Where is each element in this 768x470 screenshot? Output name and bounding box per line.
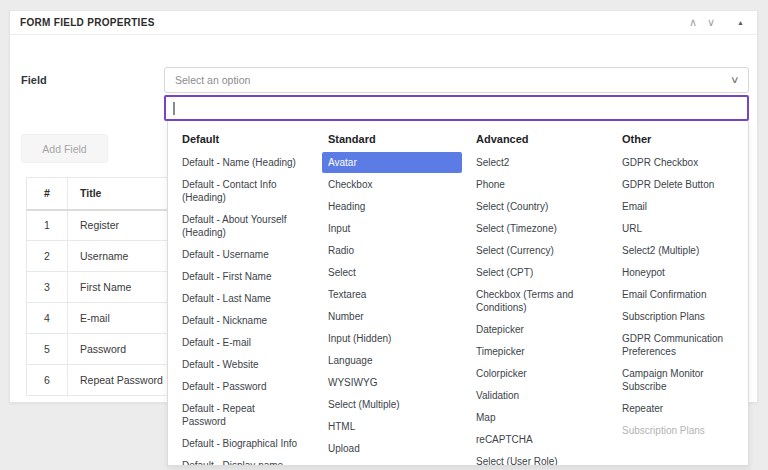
- dropdown-panel: DefaultDefault - Name (Heading)Default -…: [167, 121, 749, 466]
- panel-header: FORM FIELD PROPERTIES ∧ ∨ ▲: [10, 11, 757, 35]
- dropdown-option[interactable]: Select (Currency): [470, 240, 608, 261]
- text-caret: [173, 102, 175, 115]
- field-label: Field: [21, 74, 47, 86]
- dropdown-option[interactable]: Datepicker: [470, 319, 608, 340]
- dropdown-option[interactable]: Default - Display name publicly as: [176, 455, 314, 466]
- option-group-other: OtherGDPR CheckboxGDPR Delete ButtonEmai…: [616, 130, 749, 465]
- dropdown-option[interactable]: Default - E-mail: [176, 332, 314, 353]
- dropdown-option[interactable]: Avatar: [322, 152, 462, 173]
- option-group-advanced: AdvancedSelect2PhoneSelect (Country)Sele…: [470, 130, 616, 465]
- dropdown-option[interactable]: Select2: [470, 152, 608, 173]
- field-select[interactable]: Select an option ∨: [164, 67, 749, 93]
- dropdown-option[interactable]: GDPR Communication Preferences: [616, 328, 742, 362]
- dropdown-option[interactable]: Phone: [470, 174, 608, 195]
- dropdown-option[interactable]: Default - Nickname: [176, 310, 314, 331]
- select-placeholder: Select an option: [175, 74, 250, 86]
- dropdown-option[interactable]: Email Confirmation: [616, 284, 742, 305]
- dropdown-option[interactable]: Email: [616, 196, 742, 217]
- dropdown-option[interactable]: Default - Website: [176, 354, 314, 375]
- dropdown-option[interactable]: Subscription Plans: [616, 306, 742, 327]
- dropdown-option[interactable]: reCAPTCHA: [470, 429, 608, 450]
- dropdown-option[interactable]: Default - Last Name: [176, 288, 314, 309]
- option-group-label: Default: [176, 130, 322, 149]
- dropdown-option[interactable]: WYSIWYG: [322, 372, 462, 393]
- dropdown-option[interactable]: Validation: [470, 385, 608, 406]
- collapse-toggle-icon[interactable]: ▲: [734, 17, 747, 28]
- dropdown-option[interactable]: Map: [470, 407, 608, 428]
- dropdown-option[interactable]: Timepicker: [470, 341, 608, 362]
- dropdown-option[interactable]: Select (Country): [470, 196, 608, 217]
- dropdown-option[interactable]: Radio: [322, 240, 462, 261]
- option-group-default: DefaultDefault - Name (Heading)Default -…: [176, 130, 322, 465]
- dropdown-search[interactable]: [164, 95, 749, 121]
- dropdown-option[interactable]: URL: [616, 218, 742, 239]
- move-up-icon[interactable]: ∧: [684, 15, 702, 30]
- dropdown-option: Subscription Plans: [616, 420, 742, 441]
- dropdown-option[interactable]: Select (Timezone): [470, 218, 608, 239]
- dropdown-option[interactable]: Language: [322, 350, 462, 371]
- dropdown-option[interactable]: Repeater: [616, 398, 742, 419]
- dropdown-option[interactable]: Default - Contact Info (Heading): [176, 174, 314, 208]
- column-header-number: #: [27, 178, 68, 210]
- dropdown-option[interactable]: GDPR Delete Button: [616, 174, 742, 195]
- dropdown-option[interactable]: Select: [322, 262, 462, 283]
- row-number: 1: [27, 210, 68, 241]
- search-input[interactable]: [172, 97, 741, 119]
- dropdown-option[interactable]: Select2 (Multiple): [616, 240, 742, 261]
- dropdown-option[interactable]: Input: [322, 218, 462, 239]
- dropdown-option[interactable]: Colorpicker: [470, 363, 608, 384]
- dropdown-option[interactable]: GDPR Checkbox: [616, 152, 742, 173]
- row-number: 3: [27, 272, 68, 303]
- dropdown-option[interactable]: Select (Multiple): [322, 394, 462, 415]
- panel-title: FORM FIELD PROPERTIES: [20, 17, 155, 28]
- add-field-button[interactable]: Add Field: [21, 134, 108, 163]
- panel-controls: ∧ ∨ ▲: [684, 15, 747, 30]
- dropdown-option[interactable]: Select (User Role): [470, 451, 608, 466]
- row-number: 4: [27, 303, 68, 334]
- dropdown-option[interactable]: Default - First Name: [176, 266, 314, 287]
- dropdown-option[interactable]: Checkbox: [322, 174, 462, 195]
- dropdown-option[interactable]: Upload: [322, 438, 462, 459]
- option-group-standard: StandardAvatarCheckboxHeadingInputRadioS…: [322, 130, 470, 465]
- dropdown-option[interactable]: Select (CPT): [470, 262, 608, 283]
- dropdown-option[interactable]: Honeypot: [616, 262, 742, 283]
- move-down-icon[interactable]: ∨: [702, 15, 720, 30]
- dropdown-option[interactable]: Checkbox (Terms and Conditions): [470, 284, 608, 318]
- dropdown-option[interactable]: Campaign Monitor Subscribe: [616, 363, 742, 397]
- option-group-label: Advanced: [470, 130, 616, 149]
- row-number: 2: [27, 241, 68, 272]
- dropdown-option[interactable]: Default - Repeat Password: [176, 398, 314, 432]
- dropdown-option[interactable]: HTML: [322, 416, 462, 437]
- dropdown-option[interactable]: Input (Hidden): [322, 328, 462, 349]
- dropdown-option[interactable]: Default - Username: [176, 244, 314, 265]
- dropdown-option[interactable]: Textarea: [322, 284, 462, 305]
- row-number: 6: [27, 365, 68, 396]
- row-number: 5: [27, 334, 68, 365]
- option-group-label: Other: [616, 130, 749, 149]
- form-field-properties-panel: FORM FIELD PROPERTIES ∧ ∨ ▲ Field Select…: [9, 10, 758, 403]
- dropdown-option[interactable]: Default - Biographical Info: [176, 433, 314, 454]
- dropdown-option[interactable]: Heading: [322, 196, 462, 217]
- dropdown-option[interactable]: Default - Name (Heading): [176, 152, 314, 173]
- dropdown-option[interactable]: Default - About Yourself (Heading): [176, 209, 314, 243]
- dropdown-option[interactable]: Number: [322, 306, 462, 327]
- option-group-label: Standard: [322, 130, 470, 149]
- chevron-down-icon: ∨: [730, 75, 740, 85]
- dropdown-option[interactable]: Default - Password: [176, 376, 314, 397]
